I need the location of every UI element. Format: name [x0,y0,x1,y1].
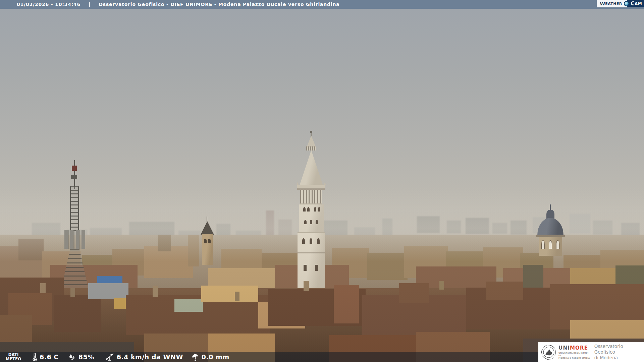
building-block [235,292,239,301]
separator: | [89,2,91,7]
building-block [399,283,429,303]
building-block [201,286,258,302]
building-block [174,299,203,312]
observatory-line2: di Modena [594,355,644,361]
observatory-name: Osservatorio Geofisico di Modena [594,344,644,361]
weathercam-am: AM [635,1,642,6]
webcam-frame: 01/02/2026 - 10:34:46 | Osservatorio Geo… [0,0,644,362]
building-block [40,283,46,293]
weathercam-w: W [600,1,605,6]
weathercam-word-weather: WEATHER [597,0,627,7]
foreground-rooftops [0,0,644,362]
university-name-line1: UNIVERSITÀ DEGLI STUDI DI [558,352,591,357]
weather-data-label: DATI METEO [5,353,22,361]
rain-value: 0.0 mm [202,353,229,361]
unimore-more: MORE [570,345,588,351]
building-block [54,295,101,332]
wind-vane-icon [104,353,114,361]
observatory-line1: Osservatorio Geofisico [594,344,644,355]
unimore-uni: UNI [558,345,570,351]
building-block [88,283,128,299]
building-block [304,281,309,291]
building-block [439,281,444,290]
weathercam-word-cam: CAM [627,0,644,7]
building-block [70,288,75,297]
wind-value: 6.4 km/h da WNW [117,353,183,361]
timestamp: 01/02/2026 - 10:34:46 [17,2,80,7]
university-seal-icon [541,345,556,360]
building-block [486,282,523,300]
unimore-wordmark: UNIMORE UNIVERSITÀ DEGLI STUDI DI MODENA… [558,345,591,359]
humidity-value: 85% [78,353,94,361]
weathercam-eather: EATHER [605,2,622,6]
weathercam-logo: WEATHER CAM [597,0,644,7]
header-bar: 01/02/2026 - 10:34:46 | Osservatorio Geo… [0,0,644,9]
thermometer-icon [32,353,37,361]
temperature-value: 6.6 C [40,353,59,361]
weather-label-line2: METEO [5,357,22,361]
camera-title: Osservatorio Geofisico - DIEF UNIMORE - … [99,2,339,7]
weathercam-c: C [631,1,635,7]
university-name-line2: MODENA E REGGIO EMILIA [558,357,591,359]
building-block [334,285,359,323]
building-block [153,286,158,297]
unimore-logo-box: UNIMORE UNIVERSITÀ DEGLI STUDI DI MODENA… [538,342,644,362]
foreground-buildings [0,0,644,362]
umbrella-icon [191,353,199,361]
camera-lens-icon [624,1,629,6]
humidity-icon [68,353,76,361]
